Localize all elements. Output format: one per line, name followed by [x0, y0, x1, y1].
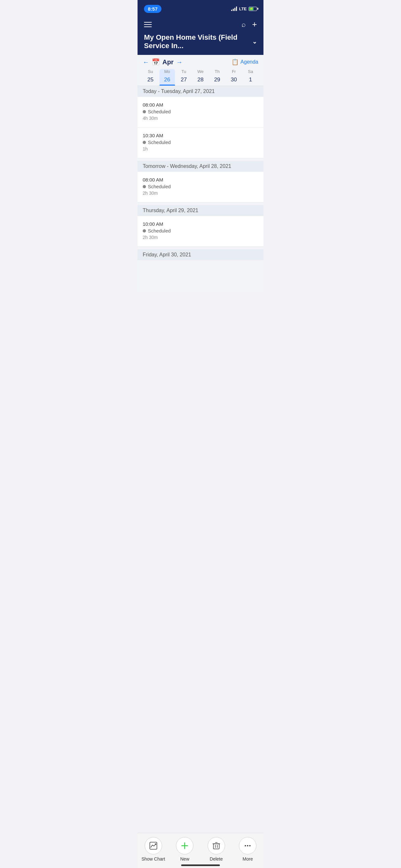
day-cell-th[interactable]: Th 29: [210, 69, 225, 86]
day-name-mo: Mo: [164, 69, 170, 74]
appointment-status: Scheduled: [143, 228, 258, 234]
calendar-strip: ← 📅 Apr → 📋 Agenda Su 25 Mo 26 Tu 27 We …: [137, 55, 264, 86]
day-name-fr: Fr: [232, 69, 236, 74]
next-month-button[interactable]: →: [176, 58, 182, 66]
appointment-card[interactable]: 08:00 AM Scheduled 4h 30m: [137, 97, 264, 128]
page-title[interactable]: My Open Home Visits (Field Service In...…: [144, 33, 257, 50]
lte-label: LTE: [239, 6, 247, 11]
appointment-time: 10:30 AM: [143, 133, 258, 138]
appointment-duration: 2h 30m: [143, 190, 258, 196]
days-row: Su 25 Mo 26 Tu 27 We 28 Th 29 Fr 30 Sa 1: [143, 69, 258, 86]
status-icons: LTE ⚡: [231, 6, 257, 11]
day-number-26: 26: [159, 75, 175, 86]
day-number-30: 30: [226, 75, 242, 86]
status-dot-icon: [143, 141, 146, 144]
day-number-29: 29: [210, 75, 225, 86]
day-cell-tu[interactable]: Tu 27: [176, 69, 191, 86]
section-header-today: Today - Tuesday, April 27, 2021: [137, 86, 264, 97]
hamburger-menu[interactable]: [144, 22, 152, 27]
section-header-tomorrow: Tomorrow - Wednesday, April 28, 2021: [137, 161, 264, 172]
month-nav-left: ← 📅 Apr →: [143, 58, 182, 66]
calendar-month-nav: ← 📅 Apr → 📋 Agenda: [143, 58, 258, 66]
signal-bars-icon: [231, 6, 237, 11]
agenda-label: Agenda: [241, 59, 258, 65]
header: ⌕ + My Open Home Visits (Field Service I…: [137, 16, 264, 55]
day-name-tu: Tu: [181, 69, 186, 74]
appointment-duration: 4h 30m: [143, 116, 258, 121]
section-header-thursday: Thursday, April 29, 2021: [137, 205, 264, 216]
month-label: Apr: [162, 58, 174, 66]
day-name-sa: Sa: [248, 69, 253, 74]
appointment-time: 08:00 AM: [143, 177, 258, 182]
agenda-calendar-icon: 📋: [232, 58, 239, 66]
battery-icon: ⚡: [249, 7, 257, 11]
search-icon[interactable]: ⌕: [242, 20, 246, 29]
appointment-duration: 2h 30m: [143, 235, 258, 240]
active-underline: [159, 85, 175, 86]
appointment-status: Scheduled: [143, 109, 258, 114]
day-cell-su[interactable]: Su 25: [143, 69, 158, 86]
status-dot-icon: [143, 185, 146, 188]
status-label: Scheduled: [148, 109, 171, 114]
section-spacer: [137, 247, 264, 249]
calendar-icon: 📅: [152, 58, 160, 66]
status-dot-icon: [143, 229, 146, 232]
appointment-status: Scheduled: [143, 184, 258, 189]
add-icon[interactable]: +: [252, 20, 257, 29]
page-title-text: My Open Home Visits (Field Service In...: [144, 33, 250, 50]
day-cell-sa[interactable]: Sa 1: [243, 69, 258, 86]
day-number-27: 27: [176, 75, 191, 86]
section-header-friday: Friday, April 30, 2021: [137, 249, 264, 260]
day-cell-mo[interactable]: Mo 26: [159, 69, 175, 86]
header-nav: ⌕ +: [144, 20, 257, 29]
day-name-we: We: [197, 69, 204, 74]
status-label: Scheduled: [148, 228, 171, 234]
appointment-card[interactable]: 10:30 AM Scheduled 1h: [137, 128, 264, 158]
agenda-content: Today - Tuesday, April 27, 2021 08:00 AM…: [137, 86, 264, 292]
title-chevron-icon: ⌄: [252, 38, 257, 45]
day-number-25: 25: [143, 75, 158, 86]
day-name-su: Su: [148, 69, 153, 74]
day-name-th: Th: [215, 69, 220, 74]
status-label: Scheduled: [148, 140, 171, 145]
day-cell-fr[interactable]: Fr 30: [226, 69, 242, 86]
appointment-card[interactable]: 08:00 AM Scheduled 2h 30m: [137, 172, 264, 203]
header-actions: ⌕ +: [242, 20, 257, 29]
prev-month-button[interactable]: ←: [143, 58, 149, 66]
status-label: Scheduled: [148, 184, 171, 189]
appointment-card[interactable]: 10:00 AM Scheduled 2h 30m: [137, 216, 264, 247]
agenda-button[interactable]: 📋 Agenda: [232, 58, 258, 66]
day-cell-we[interactable]: We 28: [193, 69, 208, 86]
appointment-status: Scheduled: [143, 140, 258, 145]
day-number-28: 28: [193, 75, 208, 86]
status-time: 8:57: [144, 5, 161, 13]
appointment-duration: 1h: [143, 146, 258, 151]
status-bar: 8:57 LTE ⚡: [137, 0, 264, 16]
section-spacer: [137, 158, 264, 161]
appointment-time: 08:00 AM: [143, 102, 258, 107]
appointment-time: 10:00 AM: [143, 221, 258, 227]
day-number-1: 1: [243, 75, 258, 86]
section-spacer: [137, 203, 264, 205]
status-dot-icon: [143, 110, 146, 113]
